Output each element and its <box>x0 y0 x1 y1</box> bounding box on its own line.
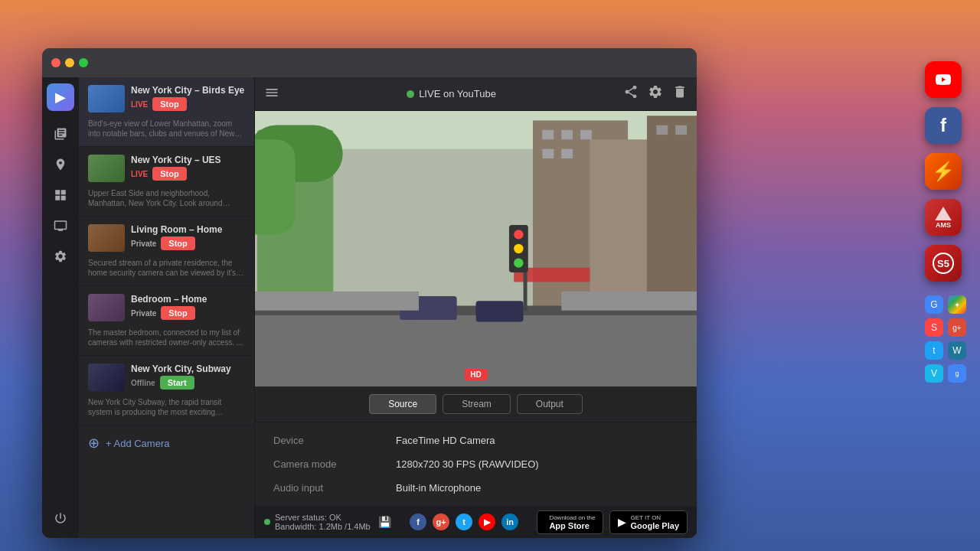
device-label: Device <box>273 429 396 452</box>
sidebar-icon-grid[interactable] <box>47 181 74 209</box>
camera-thumbnail <box>88 224 125 252</box>
close-button[interactable] <box>51 58 60 67</box>
tab-row: Source Stream Output <box>255 386 697 422</box>
footer-social: f g+ t ▶ in <box>410 514 518 530</box>
social-twitter-icon[interactable]: t <box>456 514 472 530</box>
dock-small-gplus[interactable]: g+ <box>948 318 966 337</box>
camera-action-button[interactable]: Stop <box>152 167 186 181</box>
dock-small-gg[interactable]: g <box>948 364 966 383</box>
camera-item-header: Living Room – Home Private Stop <box>88 224 245 253</box>
share-icon[interactable] <box>623 84 639 103</box>
tab-source[interactable]: Source <box>369 394 436 414</box>
sidebar-icon-settings[interactable] <box>47 243 74 270</box>
camera-list: New York City – Birds Eye LIVE Stop Bird… <box>79 77 255 538</box>
top-bar-actions <box>623 84 688 103</box>
menu-icon[interactable] <box>264 85 279 103</box>
camera-action-button[interactable]: Start <box>160 376 194 390</box>
camera-item-2[interactable]: Living Room – Home Private Stop Secured … <box>79 217 254 286</box>
sidebar-logo[interactable]: ▶ <box>47 83 74 111</box>
info-grid: Device FaceTime HD Camera Camera mode 12… <box>255 422 697 506</box>
camera-status-row: LIVE Stop <box>131 167 245 181</box>
hd-banner: HD <box>464 369 487 380</box>
audio-input-label: Audio input <box>273 476 396 500</box>
svg-rect-8 <box>542 130 554 139</box>
dock-ams-icon[interactable]: AMS <box>925 199 962 236</box>
maximize-button[interactable] <box>79 58 88 67</box>
dock-flash-icon[interactable]: ⚡ <box>925 153 962 190</box>
sidebar-icon-book[interactable] <box>47 120 74 148</box>
camera-status-row: LIVE Stop <box>131 97 245 111</box>
camera-status-badge: Private <box>131 240 156 248</box>
dock-small-wordpress[interactable]: W <box>948 341 966 360</box>
dock-facebook-icon[interactable]: f <box>925 107 962 144</box>
right-dock: f ⚡ AMS S5 G ✦ S g+ t W V g <box>925 61 966 383</box>
camera-name: New York City, Subway <box>131 364 245 374</box>
camera-action-button[interactable]: Stop <box>161 236 194 250</box>
dock-small-s[interactable]: S <box>925 318 943 337</box>
camera-thumbnail <box>88 364 125 391</box>
social-youtube-icon[interactable]: ▶ <box>479 514 495 530</box>
camera-info: New York City, Subway Offline Start <box>131 364 245 393</box>
sidebar-icon-monitor[interactable] <box>47 212 74 240</box>
camera-status-badge: Offline <box>131 379 155 387</box>
svg-rect-28 <box>561 292 697 311</box>
dock-small-google[interactable]: G <box>925 295 943 314</box>
dock-small-chrome[interactable]: ✦ <box>948 295 966 314</box>
bottom-panel: Source Stream Output Device FaceTime HD … <box>255 386 697 506</box>
sidebar-icons: ▶ <box>42 77 79 538</box>
dock-youtube-icon[interactable] <box>925 61 962 98</box>
svg-rect-10 <box>580 130 592 139</box>
social-facebook-icon[interactable]: f <box>410 514 426 530</box>
camera-mode-label: Camera mode <box>273 452 396 476</box>
camera-status-badge: Private <box>131 309 156 318</box>
camera-name: New York City – Birds Eye <box>131 85 245 96</box>
tab-output[interactable]: Output <box>517 394 583 414</box>
add-camera-button[interactable]: ⊕ + Add Camera <box>79 425 254 461</box>
delete-icon[interactable] <box>672 84 688 103</box>
svg-rect-12 <box>561 149 573 158</box>
camera-thumbnail <box>88 85 125 112</box>
camera-info: Bedroom – Home Private Stop <box>131 294 245 323</box>
camera-mode-value: 980x551 30 FPS (RAWVIDEO) <box>396 452 678 476</box>
app-store-badge[interactable]: Download on the App Store <box>537 510 603 534</box>
camera-info: New York City – UES LIVE Stop <box>131 155 245 184</box>
svg-rect-21 <box>476 301 524 321</box>
social-linkedin-icon[interactable]: in <box>501 514 518 530</box>
camera-description: The master bedroom, connected to my list… <box>88 328 245 347</box>
camera-name: Living Room – Home <box>131 224 245 235</box>
camera-name: New York City – UES <box>131 155 245 165</box>
tab-stream[interactable]: Stream <box>443 394 511 414</box>
dock-small-vimeo[interactable]: V <box>925 364 943 383</box>
svg-rect-14 <box>675 126 687 135</box>
footer-stores: Download on the App Store ▶ GET IT ON Go… <box>537 510 688 534</box>
camera-description: Secured stream of a private residence, t… <box>88 258 245 278</box>
google-play-icon: ▶ <box>618 516 626 528</box>
settings-icon[interactable] <box>648 84 663 103</box>
camera-item-0[interactable]: New York City – Birds Eye LIVE Stop Bird… <box>79 77 254 147</box>
sidebar-icon-location[interactable] <box>47 151 74 178</box>
sidebar-icon-power[interactable] <box>47 504 74 532</box>
camera-status-badge: LIVE <box>131 100 148 109</box>
camera-action-button[interactable]: Stop <box>152 97 186 111</box>
google-play-label: Google Play <box>630 521 679 530</box>
camera-name: Bedroom – Home <box>131 294 245 305</box>
social-googleplus-icon[interactable]: g+ <box>433 514 449 530</box>
add-camera-plus-icon: ⊕ <box>88 435 100 452</box>
google-play-badge[interactable]: ▶ GET IT ON Google Play <box>609 510 688 534</box>
camera-item-3[interactable]: Bedroom – Home Private Stop The master b… <box>79 286 254 356</box>
camera-item-1[interactable]: New York City – UES LIVE Stop Upper East… <box>79 147 254 217</box>
minimize-button[interactable] <box>65 58 74 67</box>
camera-item-header: New York City – UES LIVE Stop <box>88 155 245 184</box>
camera-status-badge: LIVE <box>131 170 148 178</box>
audio-input-value: Built-in Microphone <box>396 476 678 500</box>
camera-item-4[interactable]: New York City, Subway Offline Start New … <box>79 356 254 425</box>
camera-item-header: New York City – Birds Eye LIVE Stop <box>88 85 245 114</box>
camera-item-header: New York City, Subway Offline Start <box>88 364 245 393</box>
dock-small-twitter[interactable]: t <box>925 341 943 360</box>
camera-action-button[interactable]: Stop <box>161 306 194 320</box>
dock-s5-icon[interactable]: S5 <box>925 245 962 282</box>
footer: Server status: OK Bandwidth: 1.2Mb /1.4M… <box>255 506 697 538</box>
app-store-sub: Download on the <box>549 514 595 521</box>
svg-rect-27 <box>255 292 419 311</box>
camera-info: Living Room – Home Private Stop <box>131 224 245 253</box>
